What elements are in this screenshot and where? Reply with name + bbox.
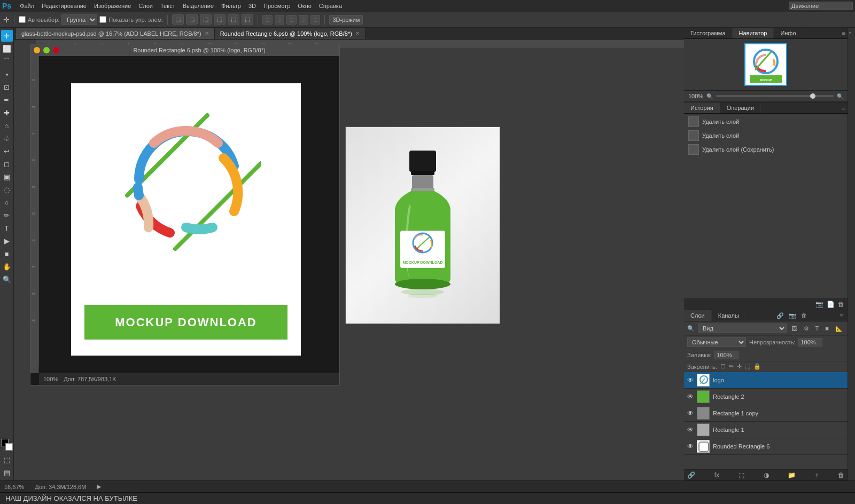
layer-fx-btn[interactable]: fx bbox=[714, 471, 719, 479]
3d-mode-btn[interactable]: 3D-режим bbox=[329, 15, 363, 25]
menu-edit[interactable]: Редактирование bbox=[38, 2, 90, 10]
opacity-input[interactable] bbox=[798, 338, 822, 346]
layer-rect1[interactable]: 👁 Rectangle 1 bbox=[684, 422, 848, 438]
distribute-h-btn[interactable]: ≡ bbox=[262, 15, 272, 25]
type-tool[interactable]: T bbox=[1, 222, 13, 234]
show-transform-checkbox[interactable] bbox=[99, 16, 106, 23]
move-tool[interactable]: ✛ bbox=[1, 30, 13, 42]
search-input[interactable] bbox=[789, 2, 853, 10]
distribute-3-btn[interactable]: ≡ bbox=[286, 15, 296, 25]
tab-glass-bottle[interactable]: glass-bottle-mockup-psd.psd @ 16,7% (ADD… bbox=[16, 28, 215, 39]
layer-eye-rect1[interactable]: 👁 bbox=[687, 426, 694, 434]
marquee-tool[interactable]: ⬜ bbox=[1, 43, 13, 54]
lock-paint-btn[interactable]: ✏ bbox=[729, 363, 734, 370]
align-top-btn[interactable]: ⬚ bbox=[214, 14, 226, 25]
filter-smart-btn[interactable]: 📐 bbox=[834, 325, 844, 333]
layer-rect1copy[interactable]: 👁 Rectangle 1 copy bbox=[684, 405, 848, 422]
tab-channels[interactable]: Каналы bbox=[712, 310, 746, 321]
align-bottom-btn[interactable]: ⬚ bbox=[242, 14, 253, 25]
layer-rounded-rect6[interactable]: 👁 Rounded Rectangle 6 bbox=[684, 438, 848, 455]
history-new-doc-btn[interactable]: 📄 bbox=[827, 301, 835, 308]
zoom-in-icon[interactable]: 🔍 bbox=[837, 93, 843, 99]
brush-tool[interactable]: ⌂ bbox=[1, 120, 13, 131]
layer-group-btn[interactable]: 📁 bbox=[788, 471, 796, 479]
layer-logo[interactable]: 👁 logo bbox=[684, 372, 848, 389]
tab-rounded-rect[interactable]: Rounded Rectangle 6.psb @ 100% (logo, RG… bbox=[215, 28, 366, 39]
menu-window[interactable]: Окно bbox=[294, 2, 315, 10]
filter-type-btn[interactable]: T bbox=[814, 325, 821, 332]
blur-tool[interactable]: ◌ bbox=[1, 184, 13, 195]
eraser-tool[interactable]: ◻ bbox=[1, 158, 13, 170]
eyedropper-tool[interactable]: ✒ bbox=[1, 94, 13, 106]
history-item-1[interactable]: Удалить слой bbox=[684, 115, 848, 129]
menu-view[interactable]: Просмотр bbox=[260, 2, 293, 10]
menu-filter[interactable]: Фильтр bbox=[218, 2, 244, 10]
crop-tool[interactable]: ⊡ bbox=[1, 81, 13, 93]
lock-all-btn[interactable]: 🔒 bbox=[753, 363, 761, 370]
align-center-h-btn[interactable]: ⬚ bbox=[186, 14, 198, 25]
tab-history[interactable]: История bbox=[684, 103, 720, 113]
menu-help[interactable]: Справка bbox=[316, 2, 345, 10]
history-item-2[interactable]: Удалить слой bbox=[684, 129, 848, 143]
history-item-3[interactable]: Удалить слой (Сохранить) bbox=[684, 143, 848, 156]
layer-eye-rect1copy[interactable]: 👁 bbox=[687, 410, 694, 417]
healing-tool[interactable]: ✚ bbox=[1, 107, 13, 119]
history-brush-tool[interactable]: ↩ bbox=[1, 145, 13, 157]
zoom-tool[interactable]: 🔍 bbox=[1, 273, 13, 285]
zoom-slider[interactable] bbox=[716, 95, 834, 97]
align-left-btn[interactable]: ⬚ bbox=[172, 14, 184, 25]
layer-eye-roundedrect6[interactable]: 👁 bbox=[687, 443, 694, 450]
screen-mode-tool[interactable]: ▤ bbox=[1, 467, 13, 478]
auto-select-checkbox[interactable] bbox=[19, 16, 26, 23]
filter-pixel-btn[interactable]: 🖼 bbox=[790, 325, 799, 332]
layers-type-filter[interactable]: Вид bbox=[698, 324, 787, 333]
status-arrow[interactable]: ▶ bbox=[97, 483, 101, 490]
dodge-tool[interactable]: ○ bbox=[1, 196, 13, 208]
filter-adj-btn[interactable]: ⚙ bbox=[802, 325, 811, 333]
pen-tool[interactable]: ✏ bbox=[1, 209, 13, 221]
panel-collapse-btn[interactable]: « bbox=[848, 28, 855, 481]
lasso-tool[interactable]: ⌒ bbox=[1, 56, 13, 67]
layers-trash-btn[interactable]: 🗑 bbox=[799, 312, 809, 320]
layer-link-btn[interactable]: 🔗 bbox=[687, 471, 695, 479]
auto-select-dropdown[interactable]: Группа Слой bbox=[61, 14, 97, 25]
tab-layers[interactable]: Слои bbox=[684, 310, 712, 321]
distribute-v-btn[interactable]: ≡ bbox=[275, 15, 284, 25]
history-delete-btn[interactable]: 🗑 bbox=[838, 301, 844, 308]
move-tool-icon[interactable]: ✛ bbox=[3, 15, 10, 24]
layer-eye-logo[interactable]: 👁 bbox=[687, 376, 694, 384]
magic-wand-tool[interactable]: ⋆ bbox=[1, 68, 13, 80]
history-new-snapshot-btn[interactable]: 📷 bbox=[815, 301, 823, 308]
layer-mask-btn[interactable]: ⬚ bbox=[739, 471, 744, 479]
menu-select[interactable]: Выделение bbox=[180, 2, 217, 10]
lock-position-btn[interactable]: ✛ bbox=[737, 363, 742, 370]
lock-artboard-btn[interactable]: ⬚ bbox=[745, 363, 750, 370]
layer-eye-rect2[interactable]: 👁 bbox=[687, 393, 694, 400]
window-close-btn[interactable] bbox=[53, 47, 59, 53]
quick-mask-tool[interactable]: ⬚ bbox=[1, 454, 13, 466]
menu-3d[interactable]: 3D bbox=[245, 2, 259, 10]
shape-tool[interactable]: ■ bbox=[1, 248, 13, 259]
menu-text[interactable]: Текст bbox=[157, 2, 178, 10]
layers-camera-btn[interactable]: 📷 bbox=[787, 312, 798, 320]
tab-navigator[interactable]: Навигатор bbox=[733, 28, 774, 38]
color-swatch[interactable] bbox=[1, 439, 13, 451]
layers-link-btn[interactable]: 🔗 bbox=[775, 312, 786, 320]
align-center-v-btn[interactable]: ⬚ bbox=[228, 14, 239, 25]
filter-shape-btn[interactable]: ■ bbox=[823, 325, 830, 332]
panel-menu-icon[interactable]: ≡ bbox=[840, 28, 848, 38]
clone-tool[interactable]: ♧ bbox=[1, 132, 13, 144]
zoom-out-icon[interactable]: 🔍 bbox=[706, 93, 713, 99]
blend-mode-select[interactable]: Обычные bbox=[687, 337, 746, 347]
distribute-5-btn[interactable]: ≡ bbox=[310, 15, 320, 25]
window-minimize-btn[interactable] bbox=[34, 47, 40, 53]
tab-info[interactable]: Инфо bbox=[774, 28, 803, 38]
path-selection-tool[interactable]: ▶ bbox=[1, 235, 13, 247]
lock-transparent-btn[interactable]: ☐ bbox=[720, 363, 726, 370]
tab-histogram[interactable]: Гистограмма bbox=[684, 28, 733, 38]
fill-input[interactable] bbox=[714, 351, 739, 359]
mockup-download-button[interactable]: MOCKUP DOWNLOAD bbox=[84, 305, 287, 340]
menu-image[interactable]: Изображение bbox=[91, 2, 134, 10]
layer-rect2[interactable]: 👁 Rectangle 2 bbox=[684, 389, 848, 405]
align-right-btn[interactable]: ⬚ bbox=[200, 14, 212, 25]
